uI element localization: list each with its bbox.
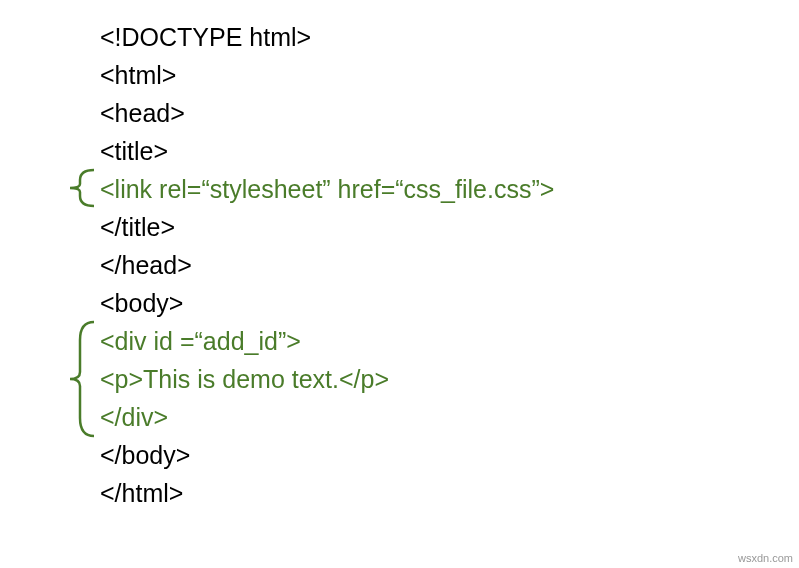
code-line-2: <html> — [100, 56, 799, 94]
code-line-6: </title> — [100, 208, 799, 246]
brace-icon-top — [64, 168, 98, 208]
code-line-13: </html> — [100, 474, 799, 512]
code-line-11-div-close: </div> — [100, 398, 799, 436]
code-line-4: <title> — [100, 132, 799, 170]
code-line-1: <!DOCTYPE html> — [100, 18, 799, 56]
code-line-8: <body> — [100, 284, 799, 322]
watermark-text: wsxdn.com — [738, 552, 793, 564]
code-line-12: </body> — [100, 436, 799, 474]
brace-icon-bottom — [64, 320, 98, 438]
code-line-3: <head> — [100, 94, 799, 132]
code-line-5-link: <link rel=“stylesheet” href=“css_file.cs… — [100, 170, 799, 208]
code-line-7: </head> — [100, 246, 799, 284]
code-line-10-paragraph: <p>This is demo text.</p> — [100, 360, 799, 398]
code-line-9-div-open: <div id =“add_id”> — [100, 322, 799, 360]
